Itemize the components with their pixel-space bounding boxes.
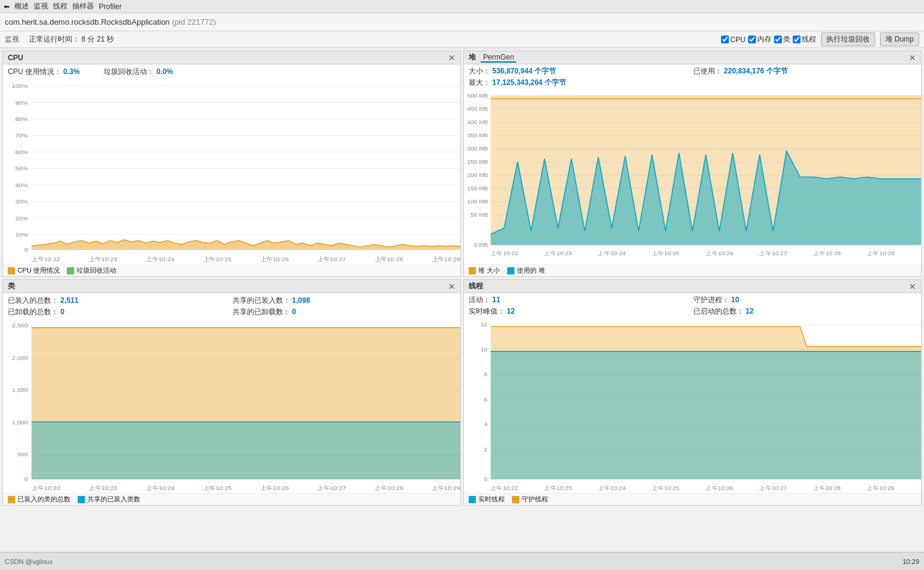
thread-total-stat: 已启动的总数： 12 (693, 306, 917, 317)
thread-checkbox-label[interactable]: 线程 (793, 34, 816, 45)
cpu-checkbox-label[interactable]: CPU (721, 36, 745, 44)
classes-panel: 类 ✕ 已装入的总数： 2,511 共享的已装入数： 1,098 已卸载的总数：… (2, 279, 461, 506)
thread-peak-stat: 实时峰值： 12 (469, 306, 692, 317)
main-content: CPU ✕ CPU 使用情况： 0.3% 垃圾回收活动： 0.0% (0, 48, 924, 570)
svg-text:80%: 80% (15, 116, 28, 122)
threads-stats: 活动： 11 守护进程： 10 实时峰值： 12 已启动的总数： 12 (464, 293, 921, 318)
toolbar-overview[interactable]: 概述 (14, 1, 29, 11)
classes-total-color (8, 496, 15, 503)
svg-text:250 MB: 250 MB (467, 159, 489, 165)
cpu-legend: CPU 使用情况 垃圾回收活动 (3, 264, 460, 276)
svg-text:100 MB: 100 MB (467, 199, 489, 205)
svg-text:400 MB: 400 MB (467, 119, 489, 125)
memory-checkbox-label[interactable]: 内存 (748, 34, 772, 45)
taskbar-time: 10:29 (902, 558, 919, 565)
svg-text:50%: 50% (15, 166, 28, 172)
svg-text:上午10:26: 上午10:26 (260, 485, 290, 491)
taskbar-status: CSDN @vglinux (5, 558, 53, 565)
gc-button[interactable]: 执行垃圾回收 (821, 33, 875, 46)
svg-text:上午10:25: 上午10:25 (203, 256, 232, 262)
thread-daemon-stat: 守护进程： 10 (693, 295, 917, 305)
svg-text:1,500: 1,500 (12, 387, 28, 393)
svg-text:0 MB: 0 MB (474, 242, 488, 248)
classes-stats: 已装入的总数： 2,511 共享的已装入数： 1,098 已卸载的总数： 0 共… (3, 293, 460, 320)
toolbar-icon-back: ⬅ (4, 2, 10, 11)
threads-chart: 12 10 8 6 4 2 0 上午10:22 上午10:23 上午10:24 (464, 318, 921, 493)
heap-dump-button[interactable]: 堆 Dump (880, 33, 919, 46)
svg-text:上午10:28: 上午10:28 (813, 250, 841, 256)
svg-text:4: 4 (484, 421, 487, 428)
svg-text:上午10:29: 上午10:29 (432, 256, 460, 262)
heap-chart: 500 MB 450 MB 400 MB 350 MB 300 MB 250 M… (464, 90, 921, 264)
svg-text:20%: 20% (15, 215, 28, 221)
taskbar: CSDN @vglinux 10:29 (0, 552, 924, 570)
cpu-usage-stat: CPU 使用情况： 0.3% (8, 67, 80, 77)
cpu-usage-color (8, 267, 15, 274)
svg-text:上午10:27: 上午10:27 (317, 256, 346, 262)
svg-text:70%: 70% (15, 132, 28, 139)
threads-chart-area: 12 10 8 6 4 2 0 上午10:22 上午10:23 上午10:24 (464, 318, 921, 493)
heap-size-color (469, 267, 476, 274)
toolbar-monitor[interactable]: 监视 (34, 1, 48, 11)
svg-marker-103 (491, 352, 921, 479)
svg-text:10: 10 (481, 346, 488, 353)
svg-text:2,500: 2,500 (12, 323, 28, 329)
classes-total-legend: 已装入的类的总数 (8, 495, 70, 504)
svg-text:0: 0 (25, 476, 28, 482)
heap-tab-permgen[interactable]: PermGen (481, 53, 516, 63)
cpu-panel: CPU ✕ CPU 使用情况： 0.3% 垃圾回收活动： 0.0% (2, 51, 461, 277)
svg-text:500: 500 (17, 451, 28, 457)
cpu-gc-stat: 垃圾回收活动： 0.0% (104, 67, 173, 77)
classes-panel-close[interactable]: ✕ (448, 282, 455, 291)
cpu-panel-close[interactable]: ✕ (448, 54, 455, 62)
classes-panel-title: 类 (8, 281, 15, 291)
svg-text:上午10:24: 上午10:24 (598, 485, 626, 491)
svg-text:60%: 60% (15, 149, 28, 155)
svg-text:上午10:23: 上午10:23 (89, 256, 117, 262)
svg-text:上午10:29: 上午10:29 (867, 485, 894, 491)
svg-text:上午10:24: 上午10:24 (146, 485, 175, 491)
svg-text:1,000: 1,000 (12, 419, 28, 425)
heap-stats: 大小： 536,870,944 个字节 已使用： 220,834,176 个字节… (464, 64, 921, 90)
svg-text:上午10:22: 上午10:22 (31, 485, 61, 491)
heap-size-stat: 大小： 536,870,944 个字节 (469, 66, 692, 76)
thread-checkbox[interactable] (793, 36, 801, 43)
svg-text:上午10:22: 上午10:22 (31, 256, 60, 262)
heap-used-legend: 使用的 堆 (507, 266, 545, 275)
class-checkbox-label[interactable]: 类 (774, 34, 790, 45)
cpu-panel-title: CPU (8, 54, 23, 62)
svg-text:450 MB: 450 MB (467, 106, 489, 112)
cpu-chart-area: 100% 90% 80% 70% 60% 50% 40% 30% 20% 10%… (3, 79, 460, 264)
svg-text:8: 8 (484, 371, 487, 378)
threads-daemon-color (512, 496, 519, 503)
svg-text:上午10:29: 上午10:29 (867, 250, 894, 256)
thread-active-stat: 活动： 11 (469, 295, 692, 305)
svg-text:上午10:25: 上午10:25 (203, 485, 233, 491)
cpu-gc-legend: 垃圾回收活动 (67, 266, 116, 275)
monitor-label: 监视 (5, 34, 19, 45)
taskbar-left: CSDN @vglinux (5, 558, 53, 565)
svg-text:上午10:27: 上午10:27 (317, 485, 346, 491)
svg-text:上午10:23: 上午10:23 (89, 485, 118, 491)
svg-text:上午10:22: 上午10:22 (490, 250, 518, 256)
threads-panel-close[interactable]: ✕ (909, 282, 916, 291)
svg-text:上午10:28: 上午10:28 (375, 256, 404, 262)
svg-text:上午10:25: 上午10:25 (652, 485, 679, 491)
memory-checkbox[interactable] (748, 36, 756, 43)
cpu-checkbox[interactable] (721, 36, 729, 43)
heap-chart-area: 500 MB 450 MB 400 MB 350 MB 300 MB 250 M… (464, 90, 921, 264)
cpu-panel-header: CPU ✕ (3, 51, 460, 64)
heap-panel: 堆 PermGen ✕ 大小： 536,870,944 个字节 已使用： 220… (463, 51, 922, 277)
svg-text:上午10:27: 上午10:27 (760, 485, 787, 491)
toolbar-sampler[interactable]: 抽样器 (72, 1, 94, 11)
toolbar-thread[interactable]: 线程 (53, 1, 67, 11)
threads-live-legend: 实时线程 (469, 495, 505, 504)
heap-max-stat: 最大： 17,125,343,264 个字节 (469, 78, 692, 88)
toolbar-profiler[interactable]: Profiler (99, 2, 122, 11)
heap-legend: 堆 大小 使用的 堆 (464, 264, 921, 276)
svg-text:上午10:29: 上午10:29 (431, 485, 460, 491)
svg-text:0: 0 (25, 247, 28, 253)
heap-panel-close[interactable]: ✕ (909, 54, 916, 62)
svg-text:300 MB: 300 MB (467, 146, 489, 152)
class-checkbox[interactable] (774, 36, 782, 43)
